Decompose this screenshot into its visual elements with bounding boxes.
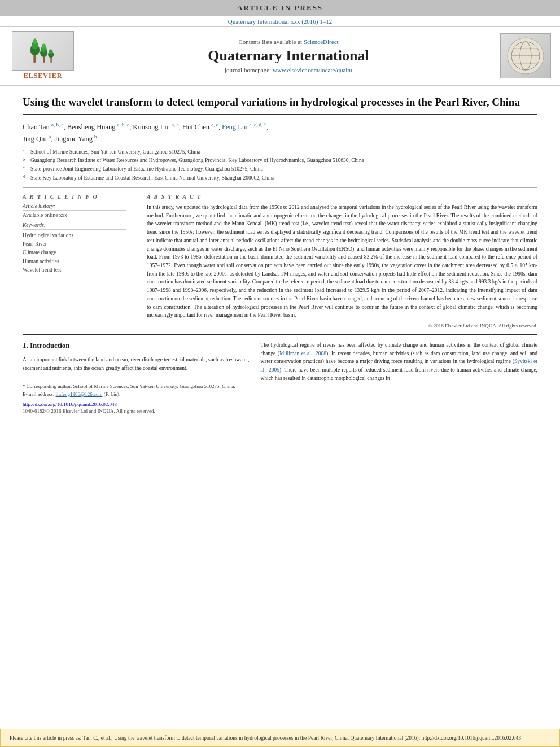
available-online: Available online xxx bbox=[23, 212, 126, 218]
page: ARTICLE IN PRESS Quaternary Internationa… bbox=[0, 0, 560, 747]
intro-right-text: The hydrological regime of rivers has be… bbox=[260, 341, 537, 383]
intro-left: 1. Introduction As an important link bet… bbox=[23, 341, 249, 414]
journal-name-header: Quaternary International bbox=[82, 47, 495, 64]
keyword-3: Climate change bbox=[23, 248, 126, 257]
sciencedirect-link[interactable]: ScienceDirect bbox=[304, 38, 339, 45]
contents-available: Contents lists available at ScienceDirec… bbox=[82, 38, 495, 45]
elsevier-brand: ELSEVIER bbox=[24, 72, 63, 80]
footnotes-area: * Corresponding author. School of Marine… bbox=[23, 379, 249, 398]
footnote-email: E-mail address: liufeng1986@126.com (F. … bbox=[23, 391, 249, 399]
elsevier-logo-image bbox=[12, 31, 74, 71]
issn-line: 1040-6182/© 2016 Elsevier Ltd and INQUA.… bbox=[23, 408, 249, 414]
svg-point-3 bbox=[33, 38, 37, 44]
keywords-label: Keywords: bbox=[23, 222, 126, 230]
svg-point-7 bbox=[42, 44, 46, 49]
copyright-line: © 2016 Elsevier Ltd and INQUA. All right… bbox=[147, 323, 537, 329]
intro-left-text: As an important link between the land an… bbox=[23, 356, 249, 372]
author-jingxue-yang: Jingxue Yang b bbox=[55, 135, 97, 143]
abstract-text: In this study, we updated the hydrologic… bbox=[147, 203, 537, 320]
homepage-link[interactable]: www.elsevier.com/locate/quaint bbox=[273, 67, 352, 73]
abstract-col: A B S T R A C T In this study, we update… bbox=[147, 194, 537, 329]
journal-homepage: journal homepage: www.elsevier.com/locat… bbox=[82, 67, 495, 73]
intro-right: The hydrological regime of rivers has be… bbox=[260, 341, 537, 414]
article-in-press-banner: ARTICLE IN PRESS bbox=[0, 0, 560, 16]
svg-point-10 bbox=[49, 50, 53, 54]
banner-text: ARTICLE IN PRESS bbox=[237, 3, 323, 12]
journal-citation: Quaternary International xxx (2016) 1–12 bbox=[0, 16, 560, 27]
intro-heading: 1. Introduction bbox=[23, 341, 249, 352]
section-divider bbox=[23, 334, 537, 335]
affiliation-b: b Guangdong Research Institute of Water … bbox=[23, 156, 537, 164]
keyword-5: Wavelet trend test bbox=[23, 266, 126, 274]
section-title: Introduction bbox=[30, 341, 70, 350]
affiliations: a School of Marine Sciences, Sun Yat-sen… bbox=[23, 148, 537, 182]
affiliation-a: a School of Marine Sciences, Sun Yat-sen… bbox=[23, 148, 537, 156]
affiliation-d: d State Key Laboratory of Estuarine and … bbox=[23, 174, 537, 182]
abstract-title: A B S T R A C T bbox=[147, 194, 537, 200]
author-jing-qiu: Jing Qiu b bbox=[23, 135, 51, 143]
history-label: Article history: bbox=[23, 203, 126, 211]
author-bensheng-huang: Bensheng Huang a, b, c bbox=[67, 123, 129, 131]
journal-logo-right bbox=[500, 33, 551, 78]
keyword-1: Hydrological variations bbox=[23, 231, 126, 240]
citation-text: Quaternary International xxx (2016) 1–12 bbox=[228, 18, 333, 25]
author-chao-tan: Chao Tan a, b, c bbox=[23, 123, 63, 131]
keyword-2: Pearl River bbox=[23, 240, 126, 248]
keyword-4: Human activities bbox=[23, 257, 126, 266]
elsevier-logo: ELSEVIER bbox=[9, 31, 77, 80]
section-number: 1. bbox=[23, 341, 30, 350]
two-col-section: A R T I C L E I N F O Article history: A… bbox=[23, 187, 537, 329]
journal-header: ELSEVIER Contents lists available at Sci… bbox=[0, 27, 560, 86]
journal-center: Contents lists available at ScienceDirec… bbox=[82, 38, 495, 73]
doi-link[interactable]: http://dx.doi.org/10.1016/j.quaint.2016.… bbox=[23, 401, 117, 407]
article-title: Using the wavelet transform to detect te… bbox=[23, 95, 537, 115]
introduction-section: 1. Introduction As an important link bet… bbox=[23, 341, 537, 414]
author-feng-liu: Feng Liu a, c, d, * bbox=[222, 123, 266, 131]
article-info-col: A R T I C L E I N F O Article history: A… bbox=[23, 194, 135, 329]
citation-bar: Please cite this article in press as: Ta… bbox=[0, 729, 560, 747]
citation-text: Please cite this article in press as: Ta… bbox=[10, 735, 521, 741]
author-hui-chen: Hui Chen a, c bbox=[182, 123, 218, 131]
email-link[interactable]: liufeng1986@126.com bbox=[55, 391, 102, 397]
main-content: Using the wavelet transform to detect te… bbox=[0, 86, 560, 724]
authors: Chao Tan a, b, c, Bensheng Huang a, b, c… bbox=[23, 121, 537, 145]
article-info-title: A R T I C L E I N F O bbox=[23, 194, 126, 200]
author-kunsong-liu: Kunsong Liu a, c bbox=[133, 123, 178, 131]
affiliation-c: c State-province Joint Engineering Labor… bbox=[23, 165, 537, 173]
footnote-corresponding: * Corresponding author. School of Marine… bbox=[23, 383, 249, 391]
doi-line: http://dx.doi.org/10.1016/j.quaint.2016.… bbox=[23, 401, 249, 407]
